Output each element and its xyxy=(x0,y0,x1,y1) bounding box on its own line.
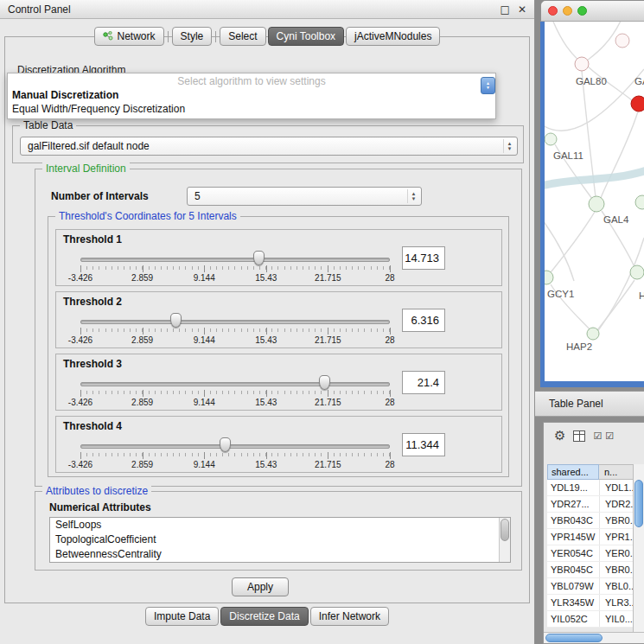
checkbox-icon[interactable]: ☑ xyxy=(605,430,614,442)
slider-track[interactable] xyxy=(80,444,390,449)
network-node[interactable] xyxy=(630,265,644,279)
slider-track[interactable] xyxy=(80,320,390,324)
network-node-hap2[interactable] xyxy=(587,328,599,340)
tab-discretize-data[interactable]: Discretize Data xyxy=(220,607,308,626)
number-of-intervals-label: Number of Intervals xyxy=(51,190,149,202)
node-label-gal11: GAL11 xyxy=(553,150,583,161)
table-row[interactable]: YBR043CYBR0... xyxy=(547,513,634,529)
list-item[interactable]: BetweennessCentrality xyxy=(50,547,510,562)
threshold-slider[interactable]: -3.4262.8599.14415.4321.71528 xyxy=(80,417,390,474)
table-row[interactable]: YDR27...YDR2... xyxy=(547,496,634,513)
table-row[interactable]: YPR145WYPR1... xyxy=(547,529,634,545)
table-data-select[interactable]: galFiltered.sif default node ▲ ▼ xyxy=(20,137,518,156)
tick-label: 2.859 xyxy=(131,460,153,469)
network-node[interactable] xyxy=(615,34,629,48)
vertical-scrollbar-thumb[interactable] xyxy=(634,480,643,527)
horizontal-scrollbar-thumb[interactable] xyxy=(545,634,603,642)
tab-impute-data[interactable]: Impute Data xyxy=(145,607,219,626)
close-icon[interactable]: ✕ xyxy=(518,3,526,16)
stepper-down-icon: ▼ xyxy=(411,196,417,201)
table-row[interactable]: YIL052CYIL0... xyxy=(547,611,634,628)
threshold-value-field[interactable]: 11.344 xyxy=(402,433,445,456)
cell-shared-name: YER054C xyxy=(547,545,599,561)
table-row[interactable]: YER054CYER0... xyxy=(547,545,634,562)
slider-thumb[interactable] xyxy=(319,375,330,390)
tab-select[interactable]: Select xyxy=(220,27,265,46)
threshold-slider[interactable]: -3.4262.8599.14415.4321.71528 xyxy=(80,354,390,411)
slider-track[interactable] xyxy=(80,382,390,386)
network-node-gcy1[interactable] xyxy=(545,271,553,284)
tab-label: Cyni Toolbox xyxy=(277,30,335,42)
cell-name: YPR1... xyxy=(599,529,634,545)
tick-label: 9.144 xyxy=(194,398,215,407)
slider-track[interactable] xyxy=(80,258,390,262)
network-node-gal80[interactable] xyxy=(575,57,589,71)
threshold-panel: Threshold 3 -3.4262.8599.14415.4321.7152… xyxy=(55,354,502,411)
cell-shared-name: YBL079W xyxy=(547,578,599,594)
list-item[interactable]: TopologicalCoefficient xyxy=(50,532,510,547)
columns-icon[interactable] xyxy=(573,430,585,442)
apply-button[interactable]: Apply xyxy=(232,577,289,596)
gear-icon[interactable]: ⚙ xyxy=(554,428,565,443)
tab-network[interactable]: Network xyxy=(94,27,164,46)
interval-definition-group-label: Interval Definition xyxy=(42,163,130,175)
network-canvas[interactable]: GAL80 GA GAL11 GAL4 GCY1 H HAP2 xyxy=(540,22,644,387)
network-node-gal4[interactable] xyxy=(589,196,604,212)
threshold-slider[interactable]: -3.4262.8599.14415.4321.71528 xyxy=(80,230,390,287)
numerical-attributes-list[interactable]: SelfLoopsTopologicalCoefficientBetweenne… xyxy=(49,517,511,563)
tab-infer-network[interactable]: Infer Network xyxy=(310,607,389,626)
control-panel-titlebar: Control Panel □ ✕ xyxy=(0,0,534,19)
table-header-row: shared... n... xyxy=(547,464,634,480)
tab-jactivemnodules[interactable]: jActiveMNodules xyxy=(346,27,440,46)
table-row[interactable]: YDL19...YDL1... xyxy=(547,480,634,496)
network-node-selected-red[interactable] xyxy=(631,96,644,112)
list-scrollbar-thumb[interactable] xyxy=(501,519,509,541)
tab-cyni-toolbox[interactable]: Cyni Toolbox xyxy=(268,27,344,46)
tick-label: 21.715 xyxy=(315,273,341,283)
threshold-slider[interactable]: -3.4262.8599.14415.4321.71528 xyxy=(80,292,390,349)
tick-label: 28 xyxy=(385,460,394,469)
tab-label: Select xyxy=(228,30,257,42)
network-node[interactable] xyxy=(545,133,557,145)
mac-minimize-button[interactable] xyxy=(563,6,572,16)
float-window-icon[interactable]: □ xyxy=(501,3,510,16)
combo-stepper-icon[interactable]: ▲ ▼ xyxy=(503,139,515,153)
tick-label: 21.715 xyxy=(315,335,341,345)
tab-style[interactable]: Style xyxy=(172,27,213,46)
number-of-intervals-select[interactable]: 5 ▲ ▼ xyxy=(187,187,422,206)
right-column: GAL80 GA GAL11 GAL4 GCY1 H HAP2 Table Pa… xyxy=(535,0,644,644)
tick-label: -3.426 xyxy=(68,460,92,469)
combo-stepper-icon[interactable]: ▲ ▼ xyxy=(407,189,419,203)
list-item[interactable]: SelfLoops xyxy=(50,518,510,532)
table-row[interactable]: YBR045CYBR0... xyxy=(547,562,634,578)
cell-shared-name: YIL052C xyxy=(547,611,599,627)
vertical-scrollbar[interactable] xyxy=(633,464,644,632)
mac-close-button[interactable] xyxy=(548,6,558,16)
cell-shared-name: YBR043C xyxy=(547,513,599,528)
tab-separator xyxy=(168,31,169,42)
mac-zoom-button[interactable] xyxy=(577,6,587,16)
threshold-value-field[interactable]: 6.316 xyxy=(402,309,445,332)
horizontal-scrollbar[interactable] xyxy=(544,632,644,643)
checkbox-icon[interactable]: ☑ xyxy=(593,430,602,442)
tab-separator xyxy=(215,31,216,42)
screen: Control Panel □ ✕ Network Style Select C… xyxy=(0,0,644,644)
slider-thumb[interactable] xyxy=(220,437,231,452)
table-toolbar: ⚙ ☑ ☑ xyxy=(544,424,644,447)
algorithm-combo-stepper[interactable]: ▲ ▼ xyxy=(481,77,495,94)
list-scrollbar[interactable] xyxy=(499,518,510,562)
column-header-name[interactable]: n... xyxy=(599,464,634,480)
column-header-shared-name[interactable]: shared... xyxy=(547,464,599,480)
table-row[interactable]: YBL079WYBL0... xyxy=(547,578,634,595)
slider-thumb[interactable] xyxy=(170,313,182,328)
table-row[interactable]: YLR345WYLR3... xyxy=(547,595,634,611)
slider-tick-labels: -3.4262.8599.14415.4321.71528 xyxy=(80,335,390,346)
slider-thumb[interactable] xyxy=(253,251,265,265)
dropdown-option-equal-width[interactable]: Equal Width/Frequency Discretization xyxy=(12,103,185,115)
threshold-value-field[interactable]: 14.713 xyxy=(402,246,445,270)
network-node[interactable] xyxy=(635,195,644,209)
dropdown-option-manual-discretization[interactable]: Manual Discretization xyxy=(12,89,118,101)
table-data-selected-value: galFiltered.sif default node xyxy=(28,140,150,152)
threshold-value-field[interactable]: 21.4 xyxy=(402,371,445,394)
slider-tick-labels: -3.4262.8599.14415.4321.71528 xyxy=(80,273,390,284)
